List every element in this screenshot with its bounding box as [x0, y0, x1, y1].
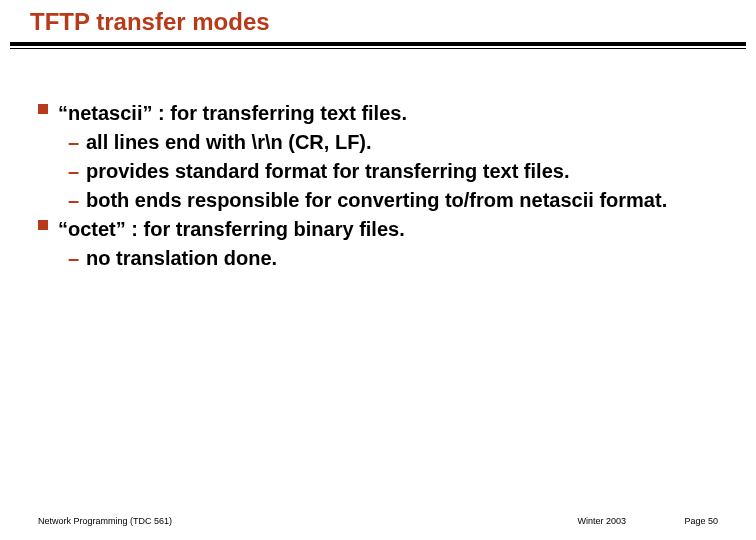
bullet-level2: – all lines end with \r\n (CR, LF).: [38, 129, 716, 156]
slide-title: TFTP transfer modes: [30, 8, 270, 36]
square-bullet-icon: [38, 104, 48, 114]
bullet-text: all lines end with \r\n (CR, LF).: [86, 131, 372, 153]
dash-icon: –: [68, 245, 79, 272]
footer-term: Winter 2003: [577, 516, 626, 526]
bullet-level2: – no translation done.: [38, 245, 716, 272]
dash-icon: –: [68, 158, 79, 185]
bullet-level2: – both ends responsible for converting t…: [38, 187, 716, 214]
bullet-text: both ends responsible for converting to/…: [86, 189, 667, 211]
bullet-level1: “netascii” : for transferring text files…: [38, 100, 716, 127]
title-rule-thin: [10, 48, 746, 49]
square-bullet-icon: [38, 220, 48, 230]
footer-course: Network Programming (TDC 561): [38, 516, 172, 526]
dash-icon: –: [68, 129, 79, 156]
bullet-text: “octet” : for transferring binary files.: [58, 218, 405, 240]
content-area: “netascii” : for transferring text files…: [38, 100, 716, 274]
bullet-level1: “octet” : for transferring binary files.: [38, 216, 716, 243]
bullet-text: no translation done.: [86, 247, 277, 269]
footer-page: Page 50: [684, 516, 718, 526]
slide: TFTP transfer modes “netascii” : for tra…: [0, 0, 756, 540]
title-rule-thick: [10, 42, 746, 46]
bullet-level2: – provides standard format for transferr…: [38, 158, 716, 185]
bullet-text: “netascii” : for transferring text files…: [58, 102, 407, 124]
dash-icon: –: [68, 187, 79, 214]
bullet-text: provides standard format for transferrin…: [86, 160, 569, 182]
